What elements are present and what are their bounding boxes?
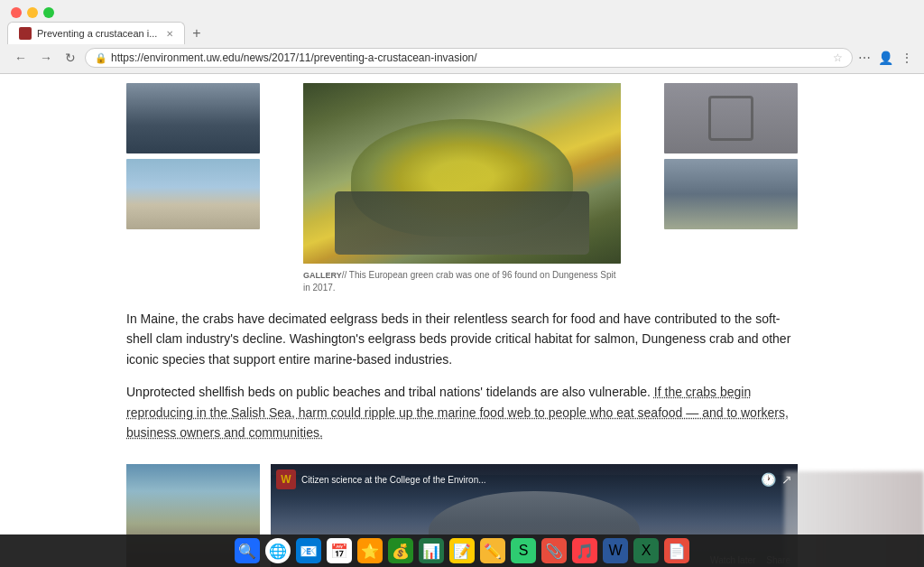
paragraph-eelgrass: In Maine, the crabs have decimated eelgr… bbox=[126, 309, 798, 369]
dock-star[interactable]: ⭐ bbox=[357, 538, 383, 563]
uw-logo: W bbox=[276, 469, 296, 489]
browser-toolbar: ⋯ 👤 ⋮ bbox=[858, 51, 913, 65]
thumbnail-trap[interactable] bbox=[664, 83, 798, 153]
gallery-section: GALLERY// This European green crab was o… bbox=[0, 74, 924, 294]
dock-app1[interactable]: 📎 bbox=[541, 538, 567, 563]
minimize-button[interactable] bbox=[27, 7, 38, 18]
page-content: GALLERY// This European green crab was o… bbox=[0, 74, 924, 567]
forward-button[interactable]: → bbox=[36, 49, 56, 67]
dock-word[interactable]: W bbox=[603, 538, 628, 563]
thumbnail-beach[interactable] bbox=[126, 159, 260, 229]
profile-icon[interactable]: 👤 bbox=[878, 51, 893, 65]
menu-icon[interactable]: ⋮ bbox=[901, 51, 913, 65]
dock-excel[interactable]: 📊 bbox=[419, 538, 444, 563]
url-text: https://environment.uw.edu/news/2017/11/… bbox=[111, 51, 829, 64]
thumbnail-person[interactable] bbox=[126, 83, 260, 153]
new-tab-button[interactable]: + bbox=[192, 25, 200, 42]
gallery-caption: GALLERY// This European green crab was o… bbox=[303, 269, 621, 294]
dock-notes[interactable]: 📝 bbox=[449, 538, 475, 563]
maximize-button[interactable] bbox=[43, 7, 54, 18]
active-tab[interactable]: Preventing a crustacean i... ✕ bbox=[7, 22, 185, 44]
tab-bar: Preventing a crustacean i... ✕ + bbox=[0, 22, 924, 44]
reload-button[interactable]: ↻ bbox=[61, 49, 79, 67]
dock-pdf[interactable]: 📄 bbox=[664, 538, 689, 563]
tab-close-icon[interactable]: ✕ bbox=[166, 29, 173, 39]
dock-sketch[interactable]: ✏️ bbox=[480, 538, 505, 563]
paragraph-shellfish: Unprotected shellfish beds on public bea… bbox=[126, 382, 798, 442]
dock-calendar[interactable]: 📅 bbox=[327, 538, 352, 563]
dock-money[interactable]: 💰 bbox=[388, 538, 413, 563]
gallery-right-thumbs bbox=[664, 83, 798, 229]
browser-chrome: Preventing a crustacean i... ✕ + ← → ↻ 🔒… bbox=[0, 0, 924, 74]
dock-s[interactable]: S bbox=[511, 538, 536, 563]
address-bar[interactable]: 🔒 https://environment.uw.edu/news/2017/1… bbox=[85, 48, 853, 68]
bookmark-icon[interactable]: ☆ bbox=[833, 51, 843, 64]
extensions-icon[interactable]: ⋯ bbox=[858, 51, 871, 65]
gallery-main-image: GALLERY// This European green crab was o… bbox=[267, 83, 657, 294]
tab-favicon bbox=[19, 27, 32, 40]
dock-chrome[interactable]: 🌐 bbox=[265, 538, 291, 563]
lock-icon: 🔒 bbox=[95, 52, 107, 64]
video-title: Citizen science at the College of the En… bbox=[301, 475, 755, 485]
back-button[interactable]: ← bbox=[11, 49, 31, 67]
article-body: In Maine, the crabs have decimated eelgr… bbox=[0, 294, 924, 464]
thumbnail-researchers[interactable] bbox=[664, 159, 798, 229]
gallery-left-thumbs bbox=[126, 83, 260, 229]
address-bar-row: ← → ↻ 🔒 https://environment.uw.edu/news/… bbox=[0, 44, 924, 73]
video-clock-icon: 🕐 bbox=[761, 472, 776, 487]
dock-excel2[interactable]: X bbox=[633, 538, 659, 563]
main-crab-image[interactable] bbox=[303, 83, 621, 264]
video-header: W Citizen science at the College of the … bbox=[276, 469, 792, 489]
traffic-lights bbox=[0, 0, 924, 22]
dock-finder[interactable]: 🔍 bbox=[235, 538, 260, 563]
close-button[interactable] bbox=[11, 7, 22, 18]
taskbar: 🔍 🌐 📧 📅 ⭐ 💰 📊 📝 ✏️ S 📎 🎵 W X 📄 bbox=[0, 534, 924, 567]
dock-outlook[interactable]: 📧 bbox=[296, 538, 321, 563]
tab-label: Preventing a crustacean i... bbox=[37, 28, 157, 39]
salish-sea-link[interactable]: If the crabs begin reproducing in the Sa… bbox=[126, 385, 789, 440]
dock-music[interactable]: 🎵 bbox=[572, 538, 597, 563]
